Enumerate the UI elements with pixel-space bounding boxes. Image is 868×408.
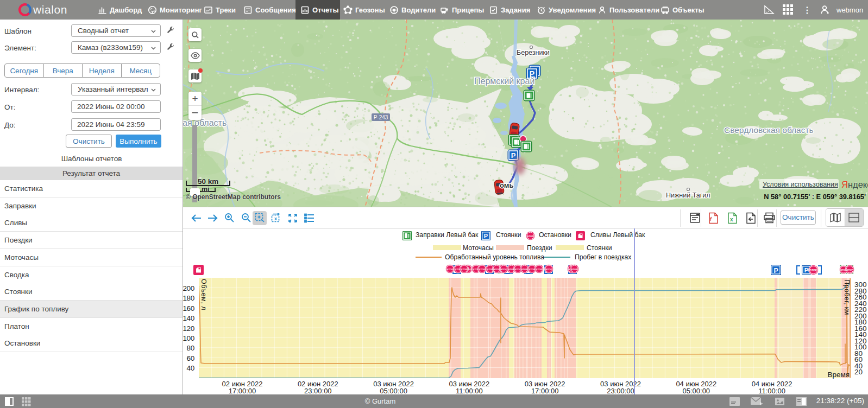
- svg-text:STOP: STOP: [527, 235, 534, 238]
- svg-text:STOP: STOP: [447, 268, 454, 271]
- svg-text:STOP: STOP: [521, 268, 528, 271]
- svg-text:x: x: [274, 216, 277, 221]
- svg-text:Нижний Тагил: Нижний Тагил: [666, 192, 710, 199]
- svg-text:STOP: STOP: [461, 268, 468, 271]
- svg-text:STOP: STOP: [571, 268, 578, 271]
- svg-text:Р-243: Р-243: [374, 114, 388, 120]
- svg-text:STOP: STOP: [546, 268, 552, 271]
- svg-text:STOP: STOP: [536, 268, 543, 271]
- svg-text:𝑓: 𝑓: [710, 216, 712, 222]
- svg-text:P: P: [511, 151, 516, 160]
- svg-text:STOP: STOP: [479, 268, 486, 271]
- svg-text:омь: омь: [500, 181, 513, 189]
- svg-text:Пермский край: Пермский край: [474, 76, 534, 86]
- svg-text:P: P: [484, 233, 488, 239]
- svg-text:Березники: Березники: [517, 49, 550, 56]
- svg-text:STOP: STOP: [501, 268, 507, 271]
- svg-text:STOP: STOP: [810, 269, 817, 272]
- svg-text:Свердловская область: Свердловская область: [724, 125, 814, 135]
- svg-text:P: P: [773, 267, 778, 275]
- svg-text:STOP: STOP: [847, 269, 853, 271]
- svg-text:x: x: [730, 216, 733, 222]
